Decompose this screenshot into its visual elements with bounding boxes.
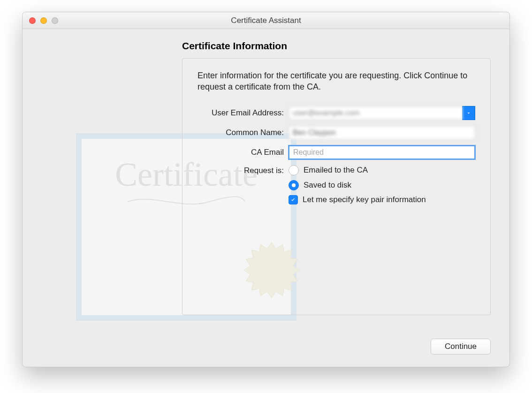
page-title: Certificate Information bbox=[182, 40, 491, 52]
combo-user-email[interactable] bbox=[289, 106, 475, 120]
window-controls bbox=[29, 17, 58, 24]
label-keypair: Let me specify key pair information bbox=[303, 195, 426, 204]
titlebar: Certificate Assistant bbox=[23, 12, 509, 29]
instructions-text: Enter information for the certificate yo… bbox=[198, 70, 475, 93]
continue-button[interactable]: Continue bbox=[431, 339, 491, 355]
ca-email-field[interactable] bbox=[289, 145, 475, 159]
option-saved[interactable]: Saved to disk bbox=[289, 180, 426, 190]
footer: Continue bbox=[431, 339, 491, 355]
label-user-email: User Email Address: bbox=[198, 108, 289, 118]
chevron-down-icon[interactable] bbox=[462, 106, 475, 120]
row-common-name: Common Name: bbox=[198, 126, 475, 140]
option-keypair[interactable]: Let me specify key pair information bbox=[289, 195, 426, 204]
content-area: Certificate Certificate Information Ente… bbox=[23, 29, 509, 367]
label-emailed: Emailed to the CA bbox=[304, 166, 368, 175]
email-field[interactable] bbox=[289, 106, 462, 120]
row-user-email: User Email Address: bbox=[198, 106, 475, 120]
minimize-icon[interactable] bbox=[40, 17, 47, 24]
certificate-assistant-window: Certificate Assistant Certificate Certif bbox=[22, 12, 510, 367]
radio-saved[interactable] bbox=[289, 180, 299, 190]
label-common-name: Common Name: bbox=[198, 128, 289, 137]
zoom-icon bbox=[52, 17, 58, 24]
label-ca-email: CA Email bbox=[198, 148, 289, 157]
label-saved: Saved to disk bbox=[304, 181, 351, 190]
option-emailed[interactable]: Emailed to the CA bbox=[289, 165, 426, 175]
row-request-is: Request is: Emailed to the CA Saved to d… bbox=[198, 165, 475, 204]
label-request-is: Request is: bbox=[198, 165, 289, 175]
close-icon[interactable] bbox=[29, 17, 36, 24]
form-panel: Enter information for the certificate yo… bbox=[182, 58, 491, 315]
request-radio-group: Emailed to the CA Saved to disk Let me bbox=[289, 165, 426, 204]
common-name-field[interactable] bbox=[289, 126, 475, 140]
radio-emailed[interactable] bbox=[289, 165, 299, 175]
row-ca-email: CA Email bbox=[198, 145, 475, 159]
checkbox-keypair[interactable] bbox=[289, 195, 298, 204]
window-title: Certificate Assistant bbox=[23, 16, 509, 25]
